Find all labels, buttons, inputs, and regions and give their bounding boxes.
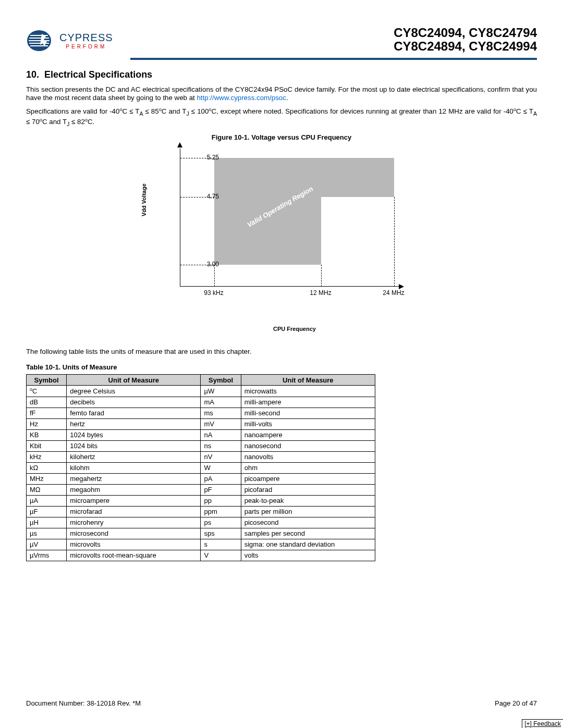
symbol-cell: kΩ	[27, 462, 67, 473]
symbol-cell: µVrms	[27, 550, 67, 561]
th-symbol: Symbol	[201, 375, 241, 386]
th-symbol: Symbol	[27, 375, 67, 386]
section-number: 10.	[26, 69, 39, 80]
cypress-logo-icon	[26, 28, 57, 54]
symbol-cell: µW	[201, 386, 241, 397]
unit-cell: 1024 bits	[67, 440, 201, 451]
valid-region	[214, 197, 321, 265]
unit-cell: nanoampere	[241, 429, 375, 440]
unit-cell: ohm	[241, 462, 375, 473]
symbol-cell: MHz	[27, 473, 67, 484]
unit-cell: nanovolts	[241, 451, 375, 462]
x-axis-arrow-icon	[399, 284, 404, 289]
cypress-link[interactable]: http://www.cypress.com/psoc	[197, 94, 286, 102]
document-number: Document Number: 38-12018 Rev. *M	[26, 699, 141, 707]
symbol-cell: Hz	[27, 418, 67, 429]
table-row: KB1024 bytesnAnanoampere	[27, 429, 375, 440]
figure-title: Figure 10-1. Voltage versus CPU Frequenc…	[26, 133, 537, 141]
table-intro: The following table lists the units of m…	[26, 348, 537, 356]
symbol-cell: mV	[201, 418, 241, 429]
table-row: µsmicrosecondspssamples per second	[27, 528, 375, 539]
symbol-cell: oC	[27, 386, 67, 397]
voltage-frequency-chart: Vdd Voltage Valid Operating Region 5.25 …	[151, 143, 412, 332]
symbol-cell: µH	[27, 517, 67, 528]
unit-cell: parts per million	[241, 506, 375, 517]
page-footer: Document Number: 38-12018 Rev. *M Page 2…	[26, 699, 537, 707]
symbol-cell: nA	[201, 429, 241, 440]
symbol-cell: V	[201, 550, 241, 561]
th-unit: Unit of Measure	[241, 375, 375, 386]
table-row: µVmicrovoltsssigma: one standard deviati…	[27, 539, 375, 550]
unit-cell: degree Celsius	[67, 386, 201, 397]
header-rule	[130, 58, 537, 60]
table-row: µFmicrofaradppmparts per million	[27, 506, 375, 517]
y-tick: 5.25	[193, 154, 219, 161]
table-row: µHmicrohenrypspicosecond	[27, 517, 375, 528]
part-numbers: CY8C24094, CY8C24794 CY8C24894, CY8C2499…	[394, 26, 537, 54]
section-title: 10. Electrical Specifications	[26, 69, 537, 80]
unit-cell: volts	[241, 550, 375, 561]
unit-cell: microampere	[67, 495, 201, 506]
unit-cell: nanosecond	[241, 440, 375, 451]
logo-tagline: PERFORM	[59, 44, 113, 50]
symbol-cell: pA	[201, 473, 241, 484]
symbol-cell: µV	[27, 539, 67, 550]
symbol-cell: pp	[201, 495, 241, 506]
dash-line	[214, 265, 215, 287]
unit-cell: picofarad	[241, 484, 375, 495]
symbol-cell: µs	[27, 528, 67, 539]
symbol-cell: ppm	[201, 506, 241, 517]
unit-cell: kilohm	[67, 462, 201, 473]
table-row: µVrmsmicrovolts root-mean-squareVvolts	[27, 550, 375, 561]
y-axis-arrow-icon	[177, 142, 182, 147]
symbol-cell: W	[201, 462, 241, 473]
unit-cell: decibels	[67, 397, 201, 408]
unit-cell: megaohm	[67, 484, 201, 495]
parts-line-2: CY8C24894, CY8C24994	[394, 40, 537, 53]
symbol-cell: KB	[27, 429, 67, 440]
symbol-cell: MΩ	[27, 484, 67, 495]
y-tick: 4.75	[193, 193, 219, 200]
y-axis-label: Vdd Voltage	[141, 183, 147, 216]
dash-line	[321, 265, 322, 287]
symbol-cell: mA	[201, 397, 241, 408]
table-row: HzhertzmVmilli-volts	[27, 418, 375, 429]
table-row: MΩmegaohmpFpicofarad	[27, 484, 375, 495]
logo: CYPRESS PERFORM	[26, 28, 113, 54]
unit-cell: milli-ampere	[241, 397, 375, 408]
table-header-row: Symbol Unit of Measure Symbol Unit of Me…	[27, 375, 375, 386]
symbol-cell: s	[201, 539, 241, 550]
section-heading: Electrical Specifications	[44, 69, 152, 80]
symbol-cell: ns	[201, 440, 241, 451]
unit-cell: picoampere	[241, 473, 375, 484]
unit-cell: microvolts	[67, 539, 201, 550]
x-tick: 12 MHz	[305, 289, 336, 297]
spec-conditions-paragraph: Specifications are valid for -40oC ≤ TA …	[26, 107, 537, 128]
table-row: kHzkilohertznVnanovolts	[27, 451, 375, 462]
table-row: kΩkilohmWohm	[27, 462, 375, 473]
symbol-cell: dB	[27, 397, 67, 408]
unit-cell: peak-to-peak	[241, 495, 375, 506]
page-header: CYPRESS PERFORM CY8C24094, CY8C24794 CY8…	[26, 26, 537, 58]
unit-cell: samples per second	[241, 528, 375, 539]
table-row: µAmicroamperepppeak-to-peak	[27, 495, 375, 506]
unit-cell: microsecond	[67, 528, 201, 539]
table-row: MHzmegahertzpApicoampere	[27, 473, 375, 484]
unit-cell: megahertz	[67, 473, 201, 484]
th-unit: Unit of Measure	[67, 375, 201, 386]
x-axis-label: CPU Frequency	[177, 326, 412, 332]
logo-name: CYPRESS	[59, 32, 113, 44]
symbol-cell: nV	[201, 451, 241, 462]
table-row: oCdegree CelsiusµWmicrowatts	[27, 386, 375, 397]
symbol-cell: µF	[27, 506, 67, 517]
symbol-cell: ms	[201, 408, 241, 418]
symbol-cell: ps	[201, 517, 241, 528]
unit-cell: microfarad	[67, 506, 201, 517]
table-title: Table 10-1. Units of Measure	[26, 363, 537, 371]
table-row: fFfemto faradmsmilli-second	[27, 408, 375, 418]
x-tick: 24 MHz	[378, 289, 409, 297]
table-row: Kbit1024 bitsnsnanosecond	[27, 440, 375, 451]
feedback-button[interactable]: [+] Feedback	[522, 719, 563, 728]
symbol-cell: fF	[27, 408, 67, 418]
dash-line	[394, 197, 395, 287]
